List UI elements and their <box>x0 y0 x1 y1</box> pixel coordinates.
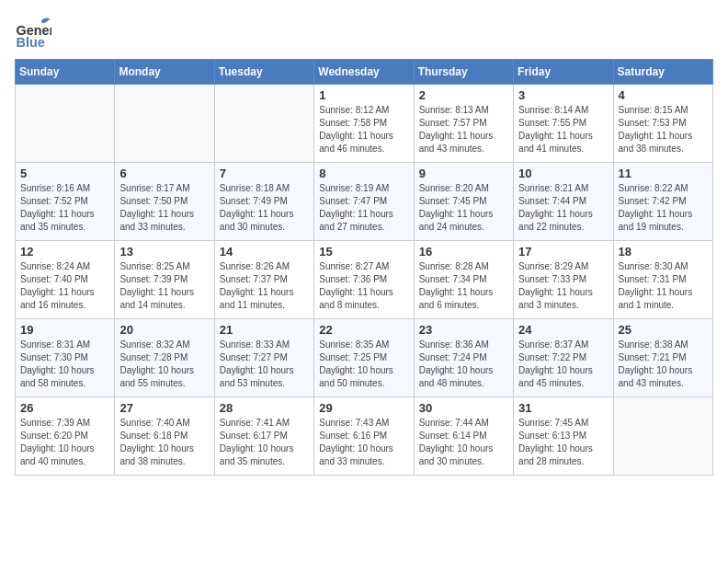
week-row-5: 26Sunrise: 7:39 AM Sunset: 6:20 PM Dayli… <box>16 397 713 476</box>
svg-text:Blue: Blue <box>17 35 45 50</box>
day-cell-29: 29Sunrise: 7:43 AM Sunset: 6:16 PM Dayli… <box>314 397 414 476</box>
day-info: Sunrise: 8:33 AM Sunset: 7:27 PM Dayligh… <box>220 339 309 390</box>
day-info: Sunrise: 8:12 AM Sunset: 7:58 PM Dayligh… <box>319 104 408 155</box>
weekday-header-tuesday: Tuesday <box>214 60 313 85</box>
day-number: 4 <box>619 88 708 102</box>
day-cell-5: 5Sunrise: 8:16 AM Sunset: 7:52 PM Daylig… <box>16 163 115 241</box>
day-cell-23: 23Sunrise: 8:36 AM Sunset: 7:24 PM Dayli… <box>414 319 513 397</box>
weekday-header-sunday: Sunday <box>16 60 115 85</box>
day-info: Sunrise: 8:35 AM Sunset: 7:25 PM Dayligh… <box>319 339 408 390</box>
day-info: Sunrise: 8:21 AM Sunset: 7:44 PM Dayligh… <box>518 182 608 234</box>
day-cell-9: 9Sunrise: 8:20 AM Sunset: 7:45 PM Daylig… <box>414 163 513 241</box>
day-info: Sunrise: 7:43 AM Sunset: 6:16 PM Dayligh… <box>319 417 408 468</box>
weekday-header-friday: Friday <box>514 60 613 85</box>
day-cell-3: 3Sunrise: 8:14 AM Sunset: 7:55 PM Daylig… <box>514 85 613 163</box>
empty-cell <box>214 85 313 163</box>
day-number: 22 <box>319 323 408 337</box>
day-info: Sunrise: 8:38 AM Sunset: 7:21 PM Dayligh… <box>619 339 708 390</box>
day-cell-25: 25Sunrise: 8:38 AM Sunset: 7:21 PM Dayli… <box>613 319 712 397</box>
day-cell-8: 8Sunrise: 8:19 AM Sunset: 7:47 PM Daylig… <box>314 163 414 241</box>
day-number: 12 <box>20 245 109 259</box>
day-cell-18: 18Sunrise: 8:30 AM Sunset: 7:31 PM Dayli… <box>613 241 712 319</box>
week-row-4: 19Sunrise: 8:31 AM Sunset: 7:30 PM Dayli… <box>16 319 713 397</box>
week-row-2: 5Sunrise: 8:16 AM Sunset: 7:52 PM Daylig… <box>16 163 713 241</box>
day-cell-27: 27Sunrise: 7:40 AM Sunset: 6:18 PM Dayli… <box>115 397 214 476</box>
day-info: Sunrise: 8:25 AM Sunset: 7:39 PM Dayligh… <box>119 260 209 312</box>
day-info: Sunrise: 8:15 AM Sunset: 7:53 PM Dayligh… <box>619 104 708 155</box>
day-number: 10 <box>518 167 608 180</box>
day-cell-10: 10Sunrise: 8:21 AM Sunset: 7:44 PM Dayli… <box>514 163 613 241</box>
day-info: Sunrise: 8:30 AM Sunset: 7:31 PM Dayligh… <box>619 260 708 312</box>
day-info: Sunrise: 8:37 AM Sunset: 7:22 PM Dayligh… <box>518 339 608 390</box>
day-info: Sunrise: 8:32 AM Sunset: 7:28 PM Dayligh… <box>119 339 209 390</box>
weekday-header-row: SundayMondayTuesdayWednesdayThursdayFrid… <box>16 60 713 85</box>
day-info: Sunrise: 8:28 AM Sunset: 7:34 PM Dayligh… <box>419 260 508 312</box>
page-header: General Blue <box>15 15 713 52</box>
day-number: 2 <box>419 88 508 102</box>
day-cell-21: 21Sunrise: 8:33 AM Sunset: 7:27 PM Dayli… <box>214 319 313 397</box>
logo: General Blue <box>15 15 51 52</box>
day-number: 18 <box>619 245 708 259</box>
day-cell-31: 31Sunrise: 7:45 AM Sunset: 6:13 PM Dayli… <box>514 397 613 476</box>
day-info: Sunrise: 8:27 AM Sunset: 7:36 PM Dayligh… <box>319 260 408 312</box>
day-number: 1 <box>319 88 408 102</box>
day-cell-20: 20Sunrise: 8:32 AM Sunset: 7:28 PM Dayli… <box>115 319 214 397</box>
day-number: 29 <box>319 401 408 415</box>
day-number: 6 <box>119 167 209 180</box>
day-cell-19: 19Sunrise: 8:31 AM Sunset: 7:30 PM Dayli… <box>16 319 115 397</box>
day-cell-13: 13Sunrise: 8:25 AM Sunset: 7:39 PM Dayli… <box>115 241 214 319</box>
day-cell-24: 24Sunrise: 8:37 AM Sunset: 7:22 PM Dayli… <box>514 319 613 397</box>
day-cell-26: 26Sunrise: 7:39 AM Sunset: 6:20 PM Dayli… <box>16 397 115 476</box>
day-info: Sunrise: 8:22 AM Sunset: 7:42 PM Dayligh… <box>619 182 708 234</box>
calendar-table: SundayMondayTuesdayWednesdayThursdayFrid… <box>15 59 713 476</box>
weekday-header-thursday: Thursday <box>414 60 513 85</box>
day-info: Sunrise: 8:31 AM Sunset: 7:30 PM Dayligh… <box>20 339 109 390</box>
week-row-1: 1Sunrise: 8:12 AM Sunset: 7:58 PM Daylig… <box>16 85 713 163</box>
day-info: Sunrise: 8:26 AM Sunset: 7:37 PM Dayligh… <box>220 260 309 312</box>
day-info: Sunrise: 8:13 AM Sunset: 7:57 PM Dayligh… <box>419 104 508 155</box>
day-number: 9 <box>419 167 508 180</box>
day-number: 26 <box>20 401 109 415</box>
day-cell-4: 4Sunrise: 8:15 AM Sunset: 7:53 PM Daylig… <box>613 85 712 163</box>
day-info: Sunrise: 8:24 AM Sunset: 7:40 PM Dayligh… <box>20 260 109 312</box>
day-info: Sunrise: 7:44 AM Sunset: 6:14 PM Dayligh… <box>419 417 508 468</box>
day-cell-15: 15Sunrise: 8:27 AM Sunset: 7:36 PM Dayli… <box>314 241 414 319</box>
day-cell-28: 28Sunrise: 7:41 AM Sunset: 6:17 PM Dayli… <box>214 397 313 476</box>
day-number: 15 <box>319 245 408 259</box>
week-row-3: 12Sunrise: 8:24 AM Sunset: 7:40 PM Dayli… <box>16 241 713 319</box>
day-cell-6: 6Sunrise: 8:17 AM Sunset: 7:50 PM Daylig… <box>115 163 214 241</box>
day-number: 16 <box>419 245 508 259</box>
day-number: 25 <box>619 323 708 337</box>
day-number: 13 <box>119 245 209 259</box>
day-cell-2: 2Sunrise: 8:13 AM Sunset: 7:57 PM Daylig… <box>414 85 513 163</box>
day-cell-7: 7Sunrise: 8:18 AM Sunset: 7:49 PM Daylig… <box>214 163 313 241</box>
day-cell-16: 16Sunrise: 8:28 AM Sunset: 7:34 PM Dayli… <box>414 241 513 319</box>
day-number: 11 <box>619 167 708 180</box>
day-number: 17 <box>518 245 608 259</box>
day-cell-1: 1Sunrise: 8:12 AM Sunset: 7:58 PM Daylig… <box>314 85 414 163</box>
day-info: Sunrise: 8:16 AM Sunset: 7:52 PM Dayligh… <box>20 182 109 234</box>
day-number: 19 <box>20 323 109 337</box>
weekday-header-saturday: Saturday <box>613 60 712 85</box>
day-number: 8 <box>319 167 408 180</box>
day-info: Sunrise: 8:18 AM Sunset: 7:49 PM Dayligh… <box>220 182 309 234</box>
day-cell-12: 12Sunrise: 8:24 AM Sunset: 7:40 PM Dayli… <box>16 241 115 319</box>
empty-cell <box>115 85 214 163</box>
day-info: Sunrise: 8:17 AM Sunset: 7:50 PM Dayligh… <box>119 182 209 234</box>
day-info: Sunrise: 8:20 AM Sunset: 7:45 PM Dayligh… <box>419 182 508 234</box>
day-cell-17: 17Sunrise: 8:29 AM Sunset: 7:33 PM Dayli… <box>514 241 613 319</box>
day-number: 31 <box>518 401 608 415</box>
day-info: Sunrise: 8:14 AM Sunset: 7:55 PM Dayligh… <box>518 104 608 155</box>
day-number: 21 <box>220 323 309 337</box>
day-cell-14: 14Sunrise: 8:26 AM Sunset: 7:37 PM Dayli… <box>214 241 313 319</box>
day-number: 7 <box>220 167 309 180</box>
day-cell-11: 11Sunrise: 8:22 AM Sunset: 7:42 PM Dayli… <box>613 163 712 241</box>
day-cell-22: 22Sunrise: 8:35 AM Sunset: 7:25 PM Dayli… <box>314 319 414 397</box>
day-number: 23 <box>419 323 508 337</box>
day-info: Sunrise: 7:39 AM Sunset: 6:20 PM Dayligh… <box>20 417 109 468</box>
day-info: Sunrise: 7:45 AM Sunset: 6:13 PM Dayligh… <box>518 417 608 468</box>
day-info: Sunrise: 7:41 AM Sunset: 6:17 PM Dayligh… <box>220 417 309 468</box>
weekday-header-monday: Monday <box>115 60 214 85</box>
empty-cell <box>613 397 712 476</box>
logo-icon: General Blue <box>15 15 51 52</box>
